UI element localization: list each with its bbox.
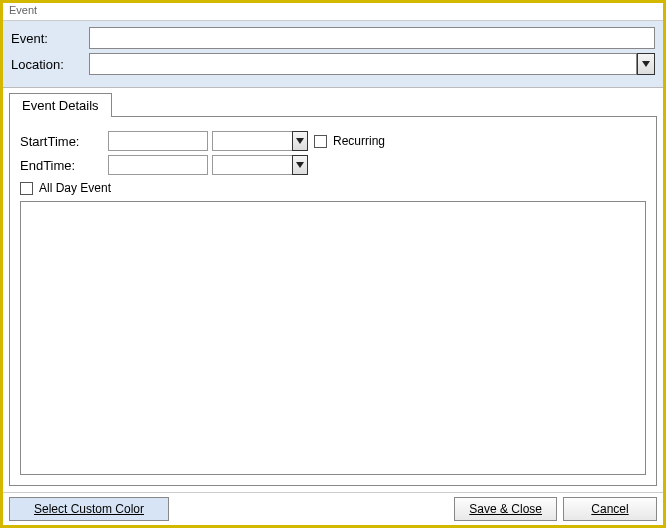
tab-body: StartTime: Recurring EndTime: bbox=[9, 116, 657, 486]
chevron-down-icon bbox=[642, 61, 650, 67]
location-input[interactable] bbox=[89, 53, 637, 75]
allday-label: All Day Event bbox=[39, 181, 111, 195]
location-combo bbox=[89, 53, 655, 75]
event-input[interactable] bbox=[89, 27, 655, 49]
starttime-label: StartTime: bbox=[20, 134, 108, 149]
location-label: Location: bbox=[11, 57, 89, 72]
select-custom-color-button[interactable]: Select Custom Color bbox=[9, 497, 169, 521]
recurring-label: Recurring bbox=[333, 134, 385, 148]
cancel-button[interactable]: Cancel bbox=[563, 497, 657, 521]
endtime-row: EndTime: bbox=[20, 155, 646, 175]
allday-row: All Day Event bbox=[20, 181, 646, 195]
end-time-input[interactable] bbox=[212, 155, 292, 175]
event-label: Event: bbox=[11, 31, 89, 46]
tab-container: Event Details StartTime: Recurring EndT bbox=[3, 88, 663, 492]
allday-checkbox[interactable] bbox=[20, 182, 33, 195]
start-time-dropdown-button[interactable] bbox=[292, 131, 308, 151]
save-and-close-button[interactable]: Save & Close bbox=[454, 497, 557, 521]
footer: Select Custom Color Save & Close Cancel bbox=[3, 492, 663, 525]
event-row: Event: bbox=[11, 27, 655, 49]
location-dropdown-button[interactable] bbox=[637, 53, 655, 75]
recurring-checkbox[interactable] bbox=[314, 135, 327, 148]
recurring-group: Recurring bbox=[314, 134, 385, 148]
tab-event-details[interactable]: Event Details bbox=[9, 93, 112, 117]
end-time-dropdown-button[interactable] bbox=[292, 155, 308, 175]
header-area: Event: Location: bbox=[3, 21, 663, 88]
start-time-combo bbox=[212, 131, 308, 151]
tab-header: Event Details bbox=[9, 92, 657, 116]
notes-textarea[interactable] bbox=[20, 201, 646, 475]
window-title: Event bbox=[3, 3, 663, 21]
location-row: Location: bbox=[11, 53, 655, 75]
endtime-label: EndTime: bbox=[20, 158, 108, 173]
chevron-down-icon bbox=[296, 138, 304, 144]
end-date-input[interactable] bbox=[108, 155, 208, 175]
event-window: Event Event: Location: Event Details Sta… bbox=[0, 0, 666, 528]
chevron-down-icon bbox=[296, 162, 304, 168]
start-time-input[interactable] bbox=[212, 131, 292, 151]
start-date-input[interactable] bbox=[108, 131, 208, 151]
starttime-row: StartTime: Recurring bbox=[20, 131, 646, 151]
end-time-combo bbox=[212, 155, 308, 175]
